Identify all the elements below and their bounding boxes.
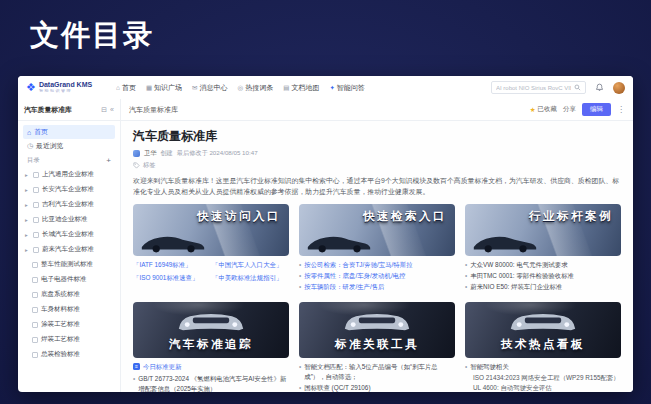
edit-button[interactable]: 编辑 xyxy=(582,103,611,116)
bullet-icon: • xyxy=(299,282,301,292)
caret-icon[interactable]: ▸ xyxy=(25,247,30,253)
nav-item-knowledge-square[interactable]: ▦知识广场 xyxy=(146,83,182,93)
list-item[interactable]: •按零件属性：底盘/车身/发动机/电控 xyxy=(299,271,455,281)
card-tech-hotspot-board: 技术热点看板 •智能驾驶相关 ISO 21434:2023 网络安全工程（WP2… xyxy=(465,302,621,392)
tree-node[interactable]: ▸蔚来汽车企业标准 xyxy=(23,242,115,257)
sidebar-item-recent[interactable]: ◷ 最近浏览 xyxy=(23,139,115,153)
caret-icon[interactable]: ▸ xyxy=(25,232,30,238)
checkbox[interactable] xyxy=(33,172,39,178)
tree-node-child[interactable]: 整车性能测试标准 xyxy=(23,257,115,272)
banner-quick-search[interactable]: 快速检索入口 xyxy=(299,204,455,256)
nav-item-doc-map[interactable]: ▤文档地图 xyxy=(283,83,319,93)
nav-item-message-center[interactable]: ✉消息中心 xyxy=(192,83,227,93)
tree-node[interactable]: ▸长城汽车企业标准 xyxy=(23,227,115,242)
checkbox[interactable] xyxy=(33,187,39,193)
card-benchmark-cases: 行业标杆案例 •大众VW 80000: 电气元件测试要求 •丰田TMC 0001… xyxy=(465,204,621,293)
caret-icon[interactable]: ▸ xyxy=(25,172,30,178)
benchmark-list: •大众VW 80000: 电气元件测试要求 •丰田TMC 0001: 零部件检验… xyxy=(465,260,621,292)
bullet-icon: • xyxy=(299,260,301,270)
tags-row: 标签 xyxy=(133,161,621,170)
tree-node-child[interactable]: 焊装工艺标准 xyxy=(23,332,115,347)
list-item[interactable]: •按公司检索：合资TJ/奔驰/宝马/特斯拉 xyxy=(299,260,455,270)
list-item[interactable]: •丰田TMC 0001: 零部件检验验收标准 xyxy=(465,271,621,281)
more-menu-icon[interactable]: ⋮ xyxy=(617,105,625,114)
tracking-list: ≡ 今日标准更新 •GB/T 26773-2024 《氢燃料电池汽车与AI安全性… xyxy=(133,362,289,392)
directory-tree: ▸上汽通用企业标准 ▸长安汽车企业标准 ▸吉利汽车企业标准 ▸比亚迪企业标准 ▸… xyxy=(23,167,115,362)
brand-icon: ❖ xyxy=(26,82,36,93)
nav-item-smart-qa[interactable]: ✦智能问答 xyxy=(329,83,364,93)
tags-label[interactable]: 标签 xyxy=(143,161,155,170)
global-search[interactable] xyxy=(491,81,586,94)
tree-node[interactable]: ▸长安汽车企业标准 xyxy=(23,182,115,197)
home-icon: ⌂ xyxy=(27,129,31,136)
list-item[interactable]: ISO 21434:2023 网络安全工程（WP29 R155配套） xyxy=(465,373,621,383)
tree-node[interactable]: ▸比亚迪企业标准 xyxy=(23,212,115,227)
checkbox[interactable] xyxy=(32,292,38,298)
list-item[interactable]: •按车辆阶段：研发/生产/售后 xyxy=(299,282,455,292)
list-item[interactable]: •蔚来NIO E50: 焊装车门企业标准 xyxy=(465,282,621,292)
banner-quick-access[interactable]: 快速访问入口 xyxy=(133,204,289,256)
quick-search-list: •按公司检索：合资TJ/奔驰/宝马/特斯拉 •按零件属性：底盘/车身/发动机/电… xyxy=(299,260,455,292)
tree-node-child[interactable]: 车身材料标准 xyxy=(23,302,115,317)
card-quick-access: 快速访问入口 「IATF 16949标准」 「中国汽车人入口大全」 「ISO 9… xyxy=(133,204,289,293)
bullet-icon: • xyxy=(299,271,301,281)
checkbox[interactable] xyxy=(32,307,38,313)
user-avatar[interactable] xyxy=(613,82,625,94)
link[interactable]: 「中国汽车人入口大全」 xyxy=(212,260,289,270)
nav-item-hot-terms[interactable]: ◎热搜词条 xyxy=(238,83,274,93)
checkbox[interactable] xyxy=(32,352,38,358)
add-directory-button[interactable]: + xyxy=(106,156,111,165)
tree-node-child[interactable]: 总装检验标准 xyxy=(23,347,115,362)
banner-benchmark-cases[interactable]: 行业标杆案例 xyxy=(465,204,621,256)
created-label: 创建 xyxy=(160,149,172,158)
list-item[interactable]: UL 4600: 自动驾驶安全评估 xyxy=(465,383,621,392)
banner-tech-hotspot[interactable]: 技术热点看板 xyxy=(465,302,621,358)
tree-node[interactable]: ▸吉利汽车企业标准 xyxy=(23,197,115,212)
tree-node-child[interactable]: 电子电器件标准 xyxy=(23,272,115,287)
today-updates-link[interactable]: ≡ 今日标准更新 xyxy=(133,362,289,372)
checkbox[interactable] xyxy=(33,202,39,208)
list-item[interactable]: •GB/T 26773-2024 《氢燃料电池汽车与AI安全性》新增配套信息（2… xyxy=(133,374,289,392)
fold-left-icon[interactable]: « xyxy=(110,106,114,113)
checkbox[interactable] xyxy=(32,322,38,328)
banner-standard-tracking[interactable]: 汽车标准追踪 xyxy=(133,302,289,358)
checkbox[interactable] xyxy=(33,217,39,223)
doc-update-icon: ≡ xyxy=(133,363,140,370)
checkbox[interactable] xyxy=(32,277,38,283)
bullet-icon: • xyxy=(465,271,467,281)
link[interactable]: 「ISO 9001标准速查」 xyxy=(133,273,210,283)
breadcrumb[interactable]: 汽车质量标准库 xyxy=(129,105,178,115)
bullet-icon: • xyxy=(465,362,467,372)
share-button[interactable]: 分享 xyxy=(563,105,576,114)
brand-logo[interactable]: ❖ DataGrand KMS 智能知识管理 xyxy=(26,81,102,93)
banner-association-tool[interactable]: 标准关联工具 xyxy=(299,302,455,358)
list-item[interactable]: •国标联查 (QC/T 29106) xyxy=(299,383,455,392)
brand-subtitle: 智能知识管理 xyxy=(39,89,92,93)
sidebar-item-home[interactable]: ⌂ 首页 xyxy=(23,125,115,139)
caret-icon[interactable]: ▸ xyxy=(25,217,30,223)
nav-item-home[interactable]: ⌂首页 xyxy=(116,83,136,93)
link[interactable]: 「IATF 16949标准」 xyxy=(133,260,210,270)
tree-node-child[interactable]: 底盘系统标准 xyxy=(23,287,115,302)
card-quick-search: 快速检索入口 •按公司检索：合资TJ/奔驰/宝马/特斯拉 •按零件属性：底盘/车… xyxy=(299,204,455,293)
checkbox[interactable] xyxy=(33,247,39,253)
checkbox[interactable] xyxy=(32,262,38,268)
checkbox[interactable] xyxy=(32,337,38,343)
author-name[interactable]: 卫华 xyxy=(144,149,156,158)
main-nav: ⌂首页 ▦知识广场 ✉消息中心 ◎热搜词条 ▤文档地图 ✦智能问答 xyxy=(116,83,365,93)
favorited-button[interactable]: ★已收藏 xyxy=(530,105,557,114)
tree-node-child[interactable]: 涂装工艺标准 xyxy=(23,317,115,332)
list-item[interactable]: •智能驾驶相关 xyxy=(465,362,621,372)
author-avatar xyxy=(133,150,140,157)
link[interactable]: 「中美欧标准法规指引」 xyxy=(212,273,289,283)
page-title: 文件目录 xyxy=(30,16,154,56)
list-item[interactable]: •智能文档匹配：输入5位产品编号（如“刹车片总成”），自动筛选； xyxy=(299,362,455,382)
search-input[interactable] xyxy=(496,85,571,91)
list-item[interactable]: •大众VW 80000: 电气元件测试要求 xyxy=(465,260,621,270)
checkbox[interactable] xyxy=(33,232,39,238)
collapse-panel-icon[interactable]: ⊟ xyxy=(101,106,107,114)
notifications-bell-icon[interactable] xyxy=(594,82,605,93)
caret-icon[interactable]: ▸ xyxy=(25,187,30,193)
caret-icon[interactable]: ▸ xyxy=(25,202,30,208)
tree-node[interactable]: ▸上汽通用企业标准 xyxy=(23,167,115,182)
